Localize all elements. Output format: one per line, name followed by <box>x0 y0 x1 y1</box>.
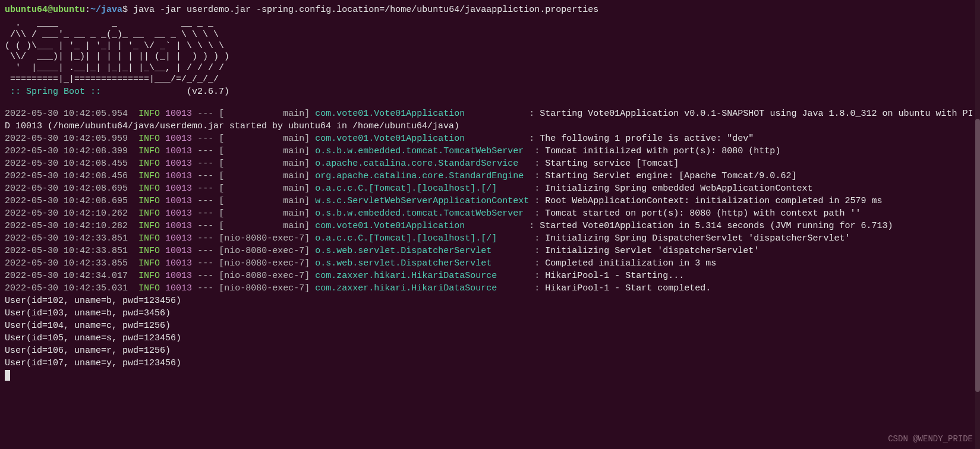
log-line: 2022-05-30 10:42:33.855 INFO 10013 --- [… <box>5 257 975 270</box>
spring-ascii-banner: . ____ _ __ _ _ /\\ / ___'_ __ _ _(_)_ _… <box>5 18 975 86</box>
spring-version: (v2.6.7) <box>106 87 229 97</box>
spring-label: :: Spring Boot :: <box>5 87 106 97</box>
log-line: 2022-05-30 10:42:05.959 INFO 10013 --- [… <box>5 132 975 145</box>
scrollbar-thumb[interactable] <box>975 119 980 392</box>
log-line: 2022-05-30 10:42:33.851 INFO 10013 --- [… <box>5 232 975 245</box>
log-line: 2022-05-30 10:42:08.695 INFO 10013 --- [… <box>5 195 975 207</box>
log-line: 2022-05-30 10:42:10.282 INFO 10013 --- [… <box>5 220 975 232</box>
log-line: 2022-05-30 10:42:05.954 INFO 10013 --- [… <box>5 107 975 132</box>
log-line: 2022-05-30 10:42:33.851 INFO 10013 --- [… <box>5 245 975 257</box>
user-record: User(id=102, uname=b, pwd=123456) <box>5 295 975 307</box>
log-line: 2022-05-30 10:42:34.017 INFO 10013 --- [… <box>5 270 975 282</box>
colon: : <box>85 5 90 15</box>
log-line: 2022-05-30 10:42:10.262 INFO 10013 --- [… <box>5 207 975 220</box>
cursor-line <box>5 369 975 382</box>
prompt-line: ubuntu64@ubuntu:~/java$ java -jar userde… <box>5 4 975 16</box>
spring-boot-version-line: :: Spring Boot :: (v2.6.7) <box>5 86 975 98</box>
cursor <box>5 370 10 381</box>
path: ~/java <box>90 5 122 15</box>
user-record: User(id=103, uname=b, pwd=3456) <box>5 307 975 320</box>
watermark: CSDN @WENDY_PRIDE <box>888 434 973 445</box>
user-host: ubuntu64@ubuntu <box>5 5 85 15</box>
log-output: 2022-05-30 10:42:05.954 INFO 10013 --- [… <box>5 107 975 295</box>
user-record: User(id=107, uname=y, pwd=123456) <box>5 357 975 369</box>
scrollbar[interactable] <box>975 0 980 449</box>
command-text: java -jar userdemo.jar -spring.config.lo… <box>128 5 598 15</box>
dollar: $ <box>122 5 128 15</box>
user-records-output: User(id=102, uname=b, pwd=123456)User(id… <box>5 295 975 369</box>
user-record: User(id=106, uname=r, pwd=1256) <box>5 344 975 357</box>
user-record: User(id=105, uname=s, pwd=123456) <box>5 332 975 344</box>
terminal[interactable]: ubuntu64@ubuntu:~/java$ java -jar userde… <box>5 4 975 382</box>
log-line: 2022-05-30 10:42:08.456 INFO 10013 --- [… <box>5 170 975 182</box>
user-record: User(id=104, uname=c, pwd=1256) <box>5 320 975 332</box>
log-line: 2022-05-30 10:42:08.695 INFO 10013 --- [… <box>5 182 975 195</box>
log-line: 2022-05-30 10:42:35.031 INFO 10013 --- [… <box>5 282 975 295</box>
log-line: 2022-05-30 10:42:08.399 INFO 10013 --- [… <box>5 145 975 157</box>
log-line: 2022-05-30 10:42:08.455 INFO 10013 --- [… <box>5 157 975 170</box>
